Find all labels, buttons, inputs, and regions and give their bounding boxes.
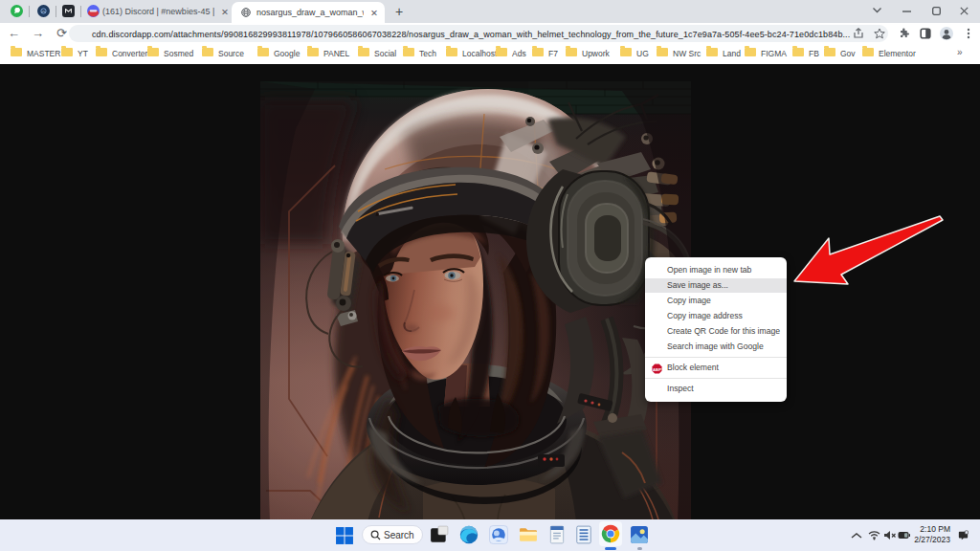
svg-text:ABP: ABP bbox=[653, 367, 661, 372]
